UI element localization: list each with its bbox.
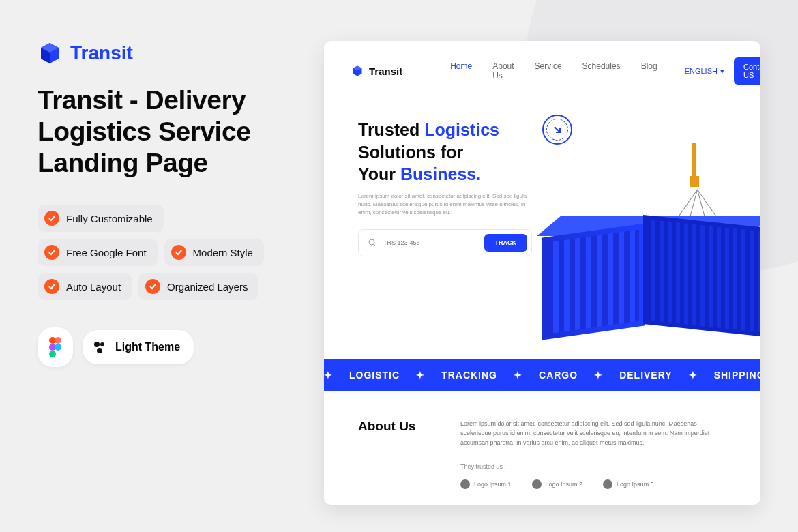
tracking-input[interactable] — [383, 239, 477, 246]
marquee-bar: ✦LOGISTIC ✦TRACKING ✦CARGO ✦DELIVERY ✦SH… — [324, 359, 760, 391]
sparkle-icon: ✦ — [514, 370, 522, 381]
svg-point-7 — [97, 348, 102, 353]
cube-icon — [351, 65, 364, 77]
preview-logo[interactable]: Transit — [351, 65, 402, 77]
contact-button[interactable]: Contact US — [734, 57, 760, 85]
check-icon — [171, 245, 186, 260]
feature-chip: Fully Customizable — [38, 205, 164, 232]
hero-section: Trusted Logistics Solutions for Your Bus… — [324, 101, 760, 256]
track-button[interactable]: TRACK — [484, 234, 528, 252]
brand: Transit — [38, 41, 290, 65]
nav-about[interactable]: About Us — [492, 61, 514, 80]
about-section: About Us Lorem ipsum dolor sit amet, con… — [324, 391, 760, 505]
about-title: About Us — [358, 419, 426, 489]
chevron-down-icon: ▾ — [720, 67, 724, 76]
get-started-badge[interactable] — [542, 115, 572, 145]
check-icon — [145, 279, 160, 294]
palette-icon — [92, 340, 107, 355]
client-logo: Logo Ipsum 2 — [532, 479, 583, 489]
preview-frame: Transit Home About Us Service Schedules … — [324, 41, 760, 505]
trusted-label: They trusted us : — [460, 463, 726, 470]
check-icon — [44, 279, 59, 294]
client-logo: Logo Ipsum 1 — [460, 479, 512, 489]
page-title: Transit - Delivery Logistics Service Lan… — [38, 85, 290, 179]
sparkle-icon: ✦ — [324, 370, 333, 381]
nav-home[interactable]: Home — [450, 61, 472, 80]
feature-chip: Auto Layout — [38, 273, 132, 300]
svg-point-5 — [94, 342, 100, 347]
language-selector[interactable]: ENGLISH▾ — [685, 67, 724, 76]
about-description: Lorem ipsum dolor sit amet, consectetur … — [460, 419, 726, 448]
svg-point-1 — [55, 337, 61, 344]
shipping-container-image — [542, 203, 760, 360]
brand-name: Transit — [70, 42, 133, 64]
nav-blog[interactable]: Blog — [641, 61, 657, 80]
tracking-search: TRACK — [358, 229, 532, 256]
check-icon — [44, 211, 59, 226]
logo-icon — [532, 479, 542, 489]
features-list: Fully Customizable Free Google Font Mode… — [38, 205, 290, 300]
client-logo: Logo Ipsum 3 — [603, 479, 654, 489]
check-icon — [44, 245, 59, 260]
logo-icon — [603, 479, 612, 489]
client-logos: Logo Ipsum 1 Logo Ipsum 2 Logo Ipsum 3 — [460, 479, 726, 489]
crane-hook-icon — [690, 143, 699, 191]
theme-toggle[interactable]: Light Theme — [83, 330, 194, 364]
arrow-down-right-icon — [552, 125, 562, 134]
svg-point-4 — [49, 351, 56, 357]
svg-point-6 — [100, 342, 104, 346]
preview-header: Transit Home About Us Service Schedules … — [324, 41, 760, 101]
svg-point-3 — [55, 344, 61, 351]
nav-service[interactable]: Service — [535, 61, 562, 80]
sparkle-icon: ✦ — [594, 370, 603, 381]
figma-icon[interactable] — [38, 327, 73, 367]
hero-description: Lorem ipsum dolor sit amet, consectetur … — [358, 192, 535, 217]
nav-schedules[interactable]: Schedules — [582, 61, 621, 80]
svg-point-8 — [369, 239, 374, 245]
logo-icon — [460, 479, 470, 489]
search-icon — [368, 239, 376, 247]
cube-icon — [38, 41, 62, 65]
sparkle-icon: ✦ — [689, 370, 698, 381]
feature-chip: Organized Layers — [138, 273, 258, 300]
preview-nav: Home About Us Service Schedules Blog — [450, 61, 657, 80]
feature-chip: Modern Style — [164, 239, 264, 266]
feature-chip: Free Google Font — [38, 239, 158, 266]
sparkle-icon: ✦ — [416, 370, 425, 381]
